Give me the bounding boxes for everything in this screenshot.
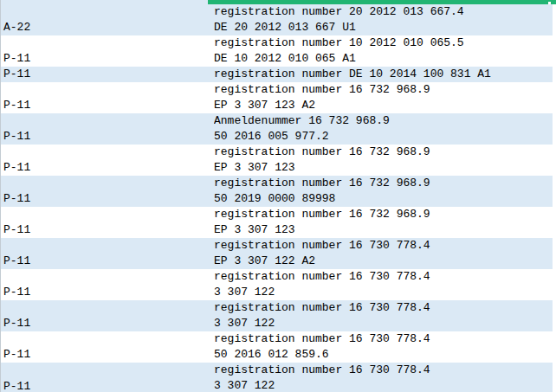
row-code-cell[interactable]: P-11 — [0, 207, 208, 238]
detail-line: Anmeldenummer 16 732 968.9 — [214, 113, 553, 129]
detail-line: 3 307 122 — [214, 378, 553, 392]
row-detail-cell[interactable]: registration number 16 732 968.9 50 2019… — [208, 176, 553, 207]
detail-line: registration number 16 730 778.4 — [214, 300, 553, 316]
code-value: P-11 — [3, 285, 30, 300]
detail-line: 50 2016 005 977.2 — [214, 129, 553, 145]
table-row: P-11 registration number 16 730 778.4 3 … — [0, 300, 553, 331]
gridline-right-edge — [0, 0, 1, 392]
table-row: P-11 registration number 16 732 968.9 EP… — [0, 207, 553, 238]
table-row: P-11 registration number 16 730 778.4 EP… — [0, 238, 553, 269]
detail-line: registration number 16 730 778.4 — [214, 331, 553, 347]
row-code-cell[interactable]: P-11 — [0, 300, 208, 331]
row-code-cell[interactable]: P-11 — [0, 363, 208, 392]
detail-line: 3 307 122 — [214, 285, 553, 300]
row-code-cell[interactable]: P-11 — [0, 67, 208, 82]
detail-line: registration number 16 732 968.9 — [214, 145, 553, 160]
detail-line: registration number 16 732 968.9 — [214, 176, 553, 191]
detail-line: registration number DE 10 2014 100 831 A… — [214, 67, 553, 82]
table-row: P-11 registration number 16 730 778.4 50… — [0, 331, 553, 363]
row-detail-cell[interactable]: Anmeldenummer 16 732 968.9 50 2016 005 9… — [208, 113, 553, 145]
detail-line: registration number 16 732 968.9 — [214, 82, 553, 98]
code-value: A-22 — [3, 20, 30, 35]
spreadsheet-viewport: A-22 registration number 20 2012 013 667… — [0, 0, 556, 392]
code-value: P-11 — [3, 379, 30, 392]
code-value: P-11 — [3, 316, 30, 331]
detail-line: registration number 16 730 778.4 — [214, 238, 553, 254]
selection-handle-notch-icon — [548, 2, 551, 4]
detail-line: DE 20 2012 013 667 U1 — [214, 20, 553, 35]
code-value: P-11 — [3, 347, 30, 363]
detail-line: registration number 16 730 778.4 — [214, 269, 553, 285]
detail-line: EP 3 307 123 A2 — [214, 98, 553, 113]
row-code-cell[interactable]: P-11 — [0, 113, 208, 145]
table-row: P-11 registration number 16 732 968.9 EP… — [0, 82, 553, 113]
table-row: P-11 Anmeldenummer 16 732 968.9 50 2016 … — [0, 113, 553, 145]
row-detail-cell[interactable]: registration number 20 2012 013 667.4 DE… — [208, 0, 553, 35]
row-code-cell[interactable]: P-11 — [0, 35, 208, 67]
table-row: P-11 registration number DE 10 2014 100 … — [0, 67, 553, 82]
row-detail-cell[interactable]: registration number 16 732 968.9 EP 3 30… — [208, 207, 553, 238]
code-value: P-11 — [3, 254, 30, 269]
row-detail-cell[interactable]: registration number 16 730 778.4 3 307 1… — [208, 363, 553, 392]
detail-line: registration number 16 730 778.4 — [214, 363, 553, 378]
detail-line: 3 307 122 — [214, 316, 553, 331]
detail-line: 50 2016 012 859.6 — [214, 347, 553, 363]
code-value: P-11 — [3, 129, 30, 145]
detail-line: EP 3 307 123 — [214, 222, 553, 238]
detail-line: registration number 10 2012 010 065.5 — [214, 35, 553, 51]
table-row: P-11 registration number 16 732 968.9 50… — [0, 176, 553, 207]
row-detail-cell[interactable]: registration number 16 730 778.4 EP 3 30… — [208, 238, 553, 269]
code-value: P-11 — [3, 67, 30, 82]
table-row: P-11 registration number 16 732 968.9 EP… — [0, 145, 553, 176]
detail-line: registration number 20 2012 013 667.4 — [214, 4, 553, 20]
table-row: P-11 registration number 10 2012 010 065… — [0, 35, 553, 67]
detail-line: 50 2019 0000 89998 — [214, 191, 553, 207]
detail-line: registration number 16 732 968.9 — [214, 207, 553, 222]
code-value: P-11 — [3, 51, 30, 67]
row-detail-cell[interactable]: registration number 16 730 778.4 50 2016… — [208, 331, 553, 363]
table-row: P-11 registration number 16 730 778.4 3 … — [0, 269, 553, 300]
detail-line: EP 3 307 122 A2 — [214, 254, 553, 269]
table-row: P-11 registration number 16 730 778.4 3 … — [0, 363, 553, 392]
row-detail-cell[interactable]: registration number 16 732 968.9 EP 3 30… — [208, 145, 553, 176]
row-code-cell[interactable]: P-11 — [0, 269, 208, 300]
row-code-cell[interactable]: P-11 — [0, 238, 208, 269]
code-value: P-11 — [3, 98, 30, 113]
row-detail-cell[interactable]: registration number 16 730 778.4 3 307 1… — [208, 269, 553, 300]
row-code-cell[interactable]: P-11 — [0, 145, 208, 176]
spreadsheet-table: A-22 registration number 20 2012 013 667… — [0, 0, 553, 392]
detail-line: EP 3 307 123 — [214, 160, 553, 176]
code-value: P-11 — [3, 222, 30, 238]
row-detail-cell[interactable]: registration number DE 10 2014 100 831 A… — [208, 67, 553, 82]
row-code-cell[interactable]: P-11 — [0, 82, 208, 113]
row-detail-cell[interactable]: registration number 16 732 968.9 EP 3 30… — [208, 82, 553, 113]
code-value: P-11 — [3, 160, 30, 176]
row-code-cell[interactable]: P-11 — [0, 331, 208, 363]
row-code-cell[interactable]: P-11 — [0, 176, 208, 207]
detail-line: DE 10 2012 010 065 A1 — [214, 51, 553, 67]
selection-border-top — [208, 0, 556, 4]
row-detail-cell[interactable]: registration number 16 730 778.4 3 307 1… — [208, 300, 553, 331]
row-code-cell[interactable]: A-22 — [0, 0, 208, 35]
code-value: P-11 — [3, 191, 30, 207]
row-detail-cell[interactable]: registration number 10 2012 010 065.5 DE… — [208, 35, 553, 67]
table-row: A-22 registration number 20 2012 013 667… — [0, 0, 553, 35]
